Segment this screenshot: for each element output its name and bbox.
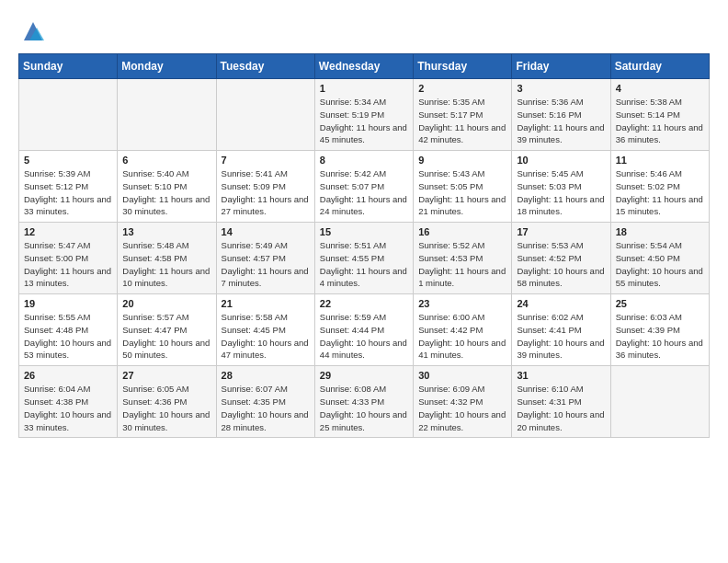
calendar-week-3: 12Sunrise: 5:47 AM Sunset: 5:00 PM Dayli… [19,223,710,294]
header-day-wednesday: Wednesday [314,54,413,79]
day-cell-12: 12Sunrise: 5:47 AM Sunset: 5:00 PM Dayli… [19,223,118,294]
day-detail: Sunrise: 6:03 AM Sunset: 4:39 PM Dayligh… [616,311,704,362]
calendar-week-5: 26Sunrise: 6:04 AM Sunset: 4:38 PM Dayli… [19,366,710,438]
day-cell-1: 1Sunrise: 5:34 AM Sunset: 5:19 PM Daylig… [314,79,413,151]
day-number: 3 [517,83,605,94]
day-cell-26: 26Sunrise: 6:04 AM Sunset: 4:38 PM Dayli… [19,366,118,438]
day-cell-23: 23Sunrise: 6:00 AM Sunset: 4:42 PM Dayli… [414,294,512,366]
day-number: 13 [122,226,210,237]
day-number: 21 [222,298,310,309]
day-cell-19: 19Sunrise: 5:55 AM Sunset: 4:48 PM Dayli… [19,294,118,366]
calendar-header: SundayMondayTuesdayWednesdayThursdayFrid… [19,54,710,79]
day-detail: Sunrise: 5:42 AM Sunset: 5:07 PM Dayligh… [320,167,408,218]
day-number: 5 [24,155,112,166]
day-cell-27: 27Sunrise: 6:05 AM Sunset: 4:36 PM Dayli… [118,366,216,438]
day-number: 10 [517,155,605,166]
day-cell-17: 17Sunrise: 5:53 AM Sunset: 4:52 PM Dayli… [512,223,610,294]
day-number: 14 [222,226,310,237]
day-detail: Sunrise: 5:52 AM Sunset: 4:53 PM Dayligh… [418,239,506,290]
day-number: 31 [517,370,605,381]
day-detail: Sunrise: 6:09 AM Sunset: 4:32 PM Dayligh… [418,383,506,433]
calendar-week-1: 1Sunrise: 5:34 AM Sunset: 5:19 PM Daylig… [19,79,710,151]
day-detail: Sunrise: 6:04 AM Sunset: 4:38 PM Dayligh… [24,383,112,433]
header-day-friday: Friday [512,54,610,79]
day-cell-30: 30Sunrise: 6:09 AM Sunset: 4:32 PM Dayli… [414,366,512,438]
day-cell-7: 7Sunrise: 5:41 AM Sunset: 5:09 PM Daylig… [216,151,314,223]
day-cell-5: 5Sunrise: 5:39 AM Sunset: 5:12 PM Daylig… [19,151,118,223]
day-cell-3: 3Sunrise: 5:36 AM Sunset: 5:16 PM Daylig… [512,79,610,151]
day-detail: Sunrise: 5:57 AM Sunset: 4:47 PM Dayligh… [122,311,210,362]
logo-icon [20,18,46,44]
day-number: 20 [122,298,210,309]
day-number: 28 [222,370,310,381]
day-detail: Sunrise: 5:59 AM Sunset: 4:44 PM Dayligh… [320,311,408,362]
day-cell-29: 29Sunrise: 6:08 AM Sunset: 4:33 PM Dayli… [314,366,413,438]
day-detail: Sunrise: 5:40 AM Sunset: 5:10 PM Dayligh… [122,167,210,218]
day-detail: Sunrise: 6:07 AM Sunset: 4:35 PM Dayligh… [222,383,310,433]
day-detail: Sunrise: 5:49 AM Sunset: 4:57 PM Dayligh… [222,239,310,290]
day-number: 2 [418,83,506,94]
day-detail: Sunrise: 5:43 AM Sunset: 5:05 PM Dayligh… [418,167,506,218]
page-header [18,18,710,44]
day-number: 26 [24,370,112,381]
day-detail: Sunrise: 5:54 AM Sunset: 4:50 PM Dayligh… [616,239,704,290]
day-cell-15: 15Sunrise: 5:51 AM Sunset: 4:55 PM Dayli… [314,223,413,294]
day-detail: Sunrise: 5:47 AM Sunset: 5:00 PM Dayligh… [24,239,112,290]
header-day-saturday: Saturday [610,54,709,79]
day-number: 29 [320,370,408,381]
day-detail: Sunrise: 5:38 AM Sunset: 5:14 PM Dayligh… [616,96,704,146]
day-cell-16: 16Sunrise: 5:52 AM Sunset: 4:53 PM Dayli… [414,223,512,294]
day-number: 18 [616,226,704,237]
day-detail: Sunrise: 5:48 AM Sunset: 4:58 PM Dayligh… [122,239,210,290]
calendar-body: 1Sunrise: 5:34 AM Sunset: 5:19 PM Daylig… [19,79,710,438]
day-cell-13: 13Sunrise: 5:48 AM Sunset: 4:58 PM Dayli… [118,223,216,294]
day-number: 4 [616,83,704,94]
header-row: SundayMondayTuesdayWednesdayThursdayFrid… [19,54,710,79]
empty-cell [216,79,314,151]
day-cell-10: 10Sunrise: 5:45 AM Sunset: 5:03 PM Dayli… [512,151,610,223]
day-number: 7 [222,155,310,166]
day-cell-31: 31Sunrise: 6:10 AM Sunset: 4:31 PM Dayli… [512,366,610,438]
day-number: 25 [616,298,704,309]
empty-cell [610,366,709,438]
day-number: 6 [122,155,210,166]
day-detail: Sunrise: 5:55 AM Sunset: 4:48 PM Dayligh… [24,311,112,362]
day-cell-20: 20Sunrise: 5:57 AM Sunset: 4:47 PM Dayli… [118,294,216,366]
day-detail: Sunrise: 6:08 AM Sunset: 4:33 PM Dayligh… [320,383,408,433]
header-day-sunday: Sunday [19,54,118,79]
day-number: 17 [517,226,605,237]
day-number: 19 [24,298,112,309]
day-number: 16 [418,226,506,237]
day-detail: Sunrise: 6:00 AM Sunset: 4:42 PM Dayligh… [418,311,506,362]
day-cell-22: 22Sunrise: 5:59 AM Sunset: 4:44 PM Dayli… [314,294,413,366]
day-cell-24: 24Sunrise: 6:02 AM Sunset: 4:41 PM Dayli… [512,294,610,366]
day-cell-11: 11Sunrise: 5:46 AM Sunset: 5:02 PM Dayli… [610,151,709,223]
day-cell-6: 6Sunrise: 5:40 AM Sunset: 5:10 PM Daylig… [118,151,216,223]
day-number: 23 [418,298,506,309]
calendar-table: SundayMondayTuesdayWednesdayThursdayFrid… [18,53,710,438]
day-cell-28: 28Sunrise: 6:07 AM Sunset: 4:35 PM Dayli… [216,366,314,438]
day-detail: Sunrise: 5:53 AM Sunset: 4:52 PM Dayligh… [517,239,605,290]
day-number: 9 [418,155,506,166]
day-cell-25: 25Sunrise: 6:03 AM Sunset: 4:39 PM Dayli… [610,294,709,366]
day-detail: Sunrise: 5:36 AM Sunset: 5:16 PM Dayligh… [517,96,605,146]
day-detail: Sunrise: 5:35 AM Sunset: 5:17 PM Dayligh… [418,96,506,146]
header-day-thursday: Thursday [414,54,512,79]
calendar-week-2: 5Sunrise: 5:39 AM Sunset: 5:12 PM Daylig… [19,151,710,223]
day-number: 24 [517,298,605,309]
day-detail: Sunrise: 5:41 AM Sunset: 5:09 PM Dayligh… [222,167,310,218]
day-detail: Sunrise: 5:34 AM Sunset: 5:19 PM Dayligh… [320,96,408,146]
day-detail: Sunrise: 5:45 AM Sunset: 5:03 PM Dayligh… [517,167,605,218]
day-detail: Sunrise: 5:51 AM Sunset: 4:55 PM Dayligh… [320,239,408,290]
day-detail: Sunrise: 5:39 AM Sunset: 5:12 PM Dayligh… [24,167,112,218]
logo [18,18,46,44]
day-number: 12 [24,226,112,237]
empty-cell [118,79,216,151]
day-cell-4: 4Sunrise: 5:38 AM Sunset: 5:14 PM Daylig… [610,79,709,151]
day-cell-8: 8Sunrise: 5:42 AM Sunset: 5:07 PM Daylig… [314,151,413,223]
calendar-week-4: 19Sunrise: 5:55 AM Sunset: 4:48 PM Dayli… [19,294,710,366]
day-detail: Sunrise: 5:58 AM Sunset: 4:45 PM Dayligh… [222,311,310,362]
day-cell-21: 21Sunrise: 5:58 AM Sunset: 4:45 PM Dayli… [216,294,314,366]
day-number: 8 [320,155,408,166]
day-cell-9: 9Sunrise: 5:43 AM Sunset: 5:05 PM Daylig… [414,151,512,223]
